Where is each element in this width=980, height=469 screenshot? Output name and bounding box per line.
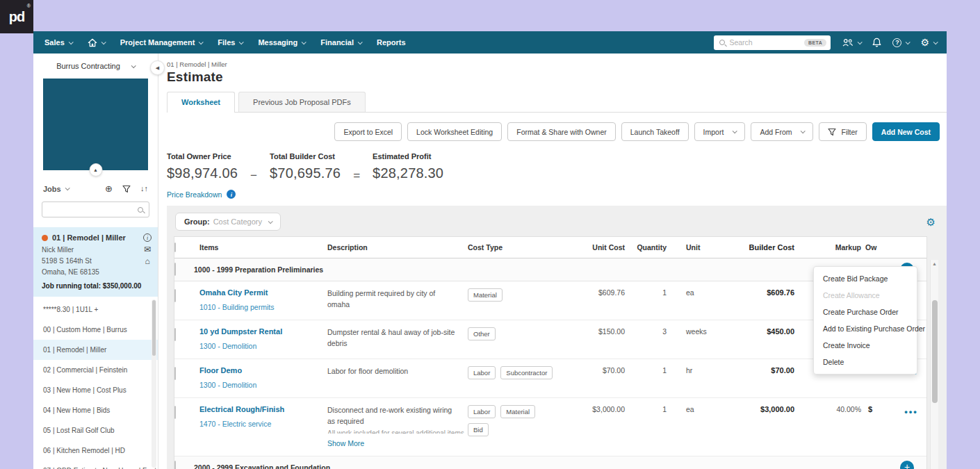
job-list-item[interactable]: 03 | New Home | Cost Plus <box>33 380 158 400</box>
show-more-link[interactable]: Show More <box>327 439 468 447</box>
table-scrollbar[interactable]: ▲ <box>930 260 938 469</box>
nav-messaging[interactable]: Messaging <box>258 38 305 47</box>
cost-item-row[interactable]: Electrical Rough/Finish 1470 - Electric … <box>174 398 926 456</box>
builder-cost-value: $609.76 <box>724 288 801 297</box>
job-info-icon[interactable]: i <box>143 233 152 242</box>
tab-worksheet[interactable]: Worksheet <box>167 92 235 113</box>
row-checkbox[interactable] <box>174 289 176 302</box>
grid-settings-gear-icon[interactable]: ⚙ <box>926 217 936 227</box>
price-breakdown-info-icon[interactable]: i <box>227 190 236 199</box>
nav-menu: Sales Project Management Files Messaging… <box>44 38 406 47</box>
price-breakdown-link[interactable]: Price Breakdown <box>167 190 222 199</box>
item-name-link[interactable]: 10 yd Dumpster Rental <box>199 327 327 336</box>
chevron-down-icon <box>131 63 136 68</box>
job-email-icon[interactable]: ✉ <box>144 245 151 254</box>
nav-sales[interactable]: Sales <box>44 38 72 47</box>
global-search[interactable]: BETA <box>714 35 831 50</box>
job-list-scrollbar[interactable] <box>152 299 156 468</box>
scroll-up-icon[interactable]: ▲ <box>931 261 938 266</box>
help-menu[interactable]: ? <box>892 38 909 47</box>
filter-jobs-icon[interactable] <box>122 185 131 193</box>
select-all-checkbox[interactable] <box>174 242 176 252</box>
menu-create-purchase-order[interactable]: Create Purchase Order <box>814 304 917 320</box>
unit-cost-value: $70.00 <box>569 366 635 375</box>
map-collapse-button[interactable]: ▲ <box>89 163 102 176</box>
job-list-item[interactable]: *****8.30 | 1U1L + <box>33 299 158 320</box>
row-actions-menu-button[interactable]: ••• <box>904 406 918 417</box>
item-cost-code-link[interactable]: 1010 - Building permits <box>199 303 327 311</box>
nav-reports[interactable]: Reports <box>377 38 406 47</box>
tab-previous-job-proposal-pdfs[interactable]: Previous Job Proposal PDFs <box>238 92 366 112</box>
job-home-icon[interactable]: ⌂ <box>145 257 149 265</box>
sidebar-collapse-button[interactable]: ◀ <box>150 60 165 75</box>
row-checkbox[interactable] <box>174 406 176 419</box>
job-search[interactable] <box>42 201 149 217</box>
group-checkbox[interactable] <box>174 461 176 469</box>
add-cost-to-group-button[interactable]: + <box>900 461 914 469</box>
job-list-item[interactable]: 05 | Lost Rail Golf Club <box>33 420 158 441</box>
scrollbar-thumb[interactable] <box>152 300 156 356</box>
selected-job-card[interactable]: 01 | Remodel | Miller Nick Miller 5198 S… <box>33 227 158 297</box>
col-builder-cost: Builder Cost <box>724 243 801 252</box>
group-row-label: 2000 - 2999 Excavation and Foundation <box>194 463 888 469</box>
job-list-item[interactable]: 00 | Custom Home | Burrus <box>33 320 158 340</box>
company-selector[interactable]: Burrus Contracting <box>33 54 158 77</box>
lock-worksheet-editing-button[interactable]: Lock Worksheet Editing <box>407 122 502 141</box>
scrollbar-thumb[interactable] <box>932 300 938 403</box>
search-input[interactable] <box>729 38 799 47</box>
row-checkbox[interactable] <box>174 367 176 380</box>
info-glyph: i <box>231 191 232 198</box>
estimated-profit-value: $28,278.30 <box>373 165 443 181</box>
filter-label: Filter <box>841 128 857 136</box>
job-list-item[interactable]: 04 | New Home | Bids <box>33 400 158 420</box>
item-name-link[interactable]: Electrical Rough/Finish <box>199 405 327 413</box>
export-to-excel-button[interactable]: Export to Excel <box>334 122 402 141</box>
add-from-dropdown-button[interactable]: Add From <box>751 122 813 141</box>
job-search-input[interactable] <box>48 206 138 214</box>
notifications-button[interactable] <box>872 38 881 47</box>
menu-create-bid-package[interactable]: Create Bid Package <box>814 270 917 287</box>
group-checkbox[interactable] <box>174 263 176 276</box>
filter-button[interactable]: Filter <box>819 122 866 141</box>
cost-type-chip: Other <box>468 327 496 340</box>
menu-create-invoice[interactable]: Create Invoice <box>814 337 917 354</box>
equals-sign: = <box>353 169 360 183</box>
add-job-icon[interactable]: ⊕ <box>105 184 113 193</box>
import-dropdown-button[interactable]: Import <box>694 122 746 141</box>
menu-delete[interactable]: Delete <box>814 354 917 370</box>
jobs-dropdown[interactable]: Jobs <box>43 185 69 193</box>
nav-home[interactable] <box>88 38 105 47</box>
group-by-dropdown[interactable]: Group: Cost Category <box>175 213 281 231</box>
job-map[interactable]: ▲ <box>43 79 148 170</box>
item-name-link[interactable]: Floor Demo <box>199 366 327 375</box>
job-list-item[interactable]: 06 | Kitchen Remodel | HD <box>33 441 158 461</box>
job-list-item[interactable]: 02 | Commercial | Feinstein <box>33 360 158 380</box>
group-row-label: 1000 - 1999 Preparation Preliminaries <box>194 265 888 274</box>
nav-files[interactable]: Files <box>218 38 243 47</box>
contacts-menu[interactable] <box>842 38 861 47</box>
settings-menu[interactable]: ⚙ <box>920 37 937 48</box>
table-header-row: Items Description Cost Type Unit Cost Qu… <box>174 237 926 258</box>
add-new-cost-button[interactable]: Add New Cost <box>872 122 940 141</box>
home-icon <box>88 38 97 47</box>
job-list-item[interactable]: 07 | QBD Estimate New Home | Fantana <box>33 461 158 469</box>
beta-badge: BETA <box>804 39 827 47</box>
launch-takeoff-button[interactable]: Launch Takeoff <box>621 122 689 141</box>
nav-financial[interactable]: Financial <box>320 38 361 47</box>
item-name-link[interactable]: Omaha City Permit <box>199 288 327 297</box>
cost-type-chip: Labor <box>468 405 496 418</box>
group-row: 2000 - 2999 Excavation and Foundation + <box>174 456 926 469</box>
menu-add-to-existing-purchase-order[interactable]: Add to Existing Purchase Order <box>814 320 917 337</box>
chevron-down-icon <box>733 129 737 133</box>
row-checkbox[interactable] <box>174 328 176 341</box>
company-name: Burrus Contracting <box>56 62 120 70</box>
unit-cost-value: $150.00 <box>569 327 635 336</box>
jobs-label: Jobs <box>43 185 61 193</box>
item-cost-code-link[interactable]: 1300 - Demolition <box>199 342 327 350</box>
item-cost-code-link[interactable]: 1300 - Demolition <box>199 381 327 389</box>
format-share-with-owner-button[interactable]: Format & Share with Owner <box>507 122 616 141</box>
job-list-item-active[interactable]: 01 | Remodel | Miller <box>33 340 158 360</box>
sort-jobs-icon[interactable]: ↓↑ <box>140 185 148 192</box>
item-cost-code-link[interactable]: 1470 - Electric service <box>199 420 327 428</box>
nav-project-management[interactable]: Project Management <box>120 38 203 47</box>
